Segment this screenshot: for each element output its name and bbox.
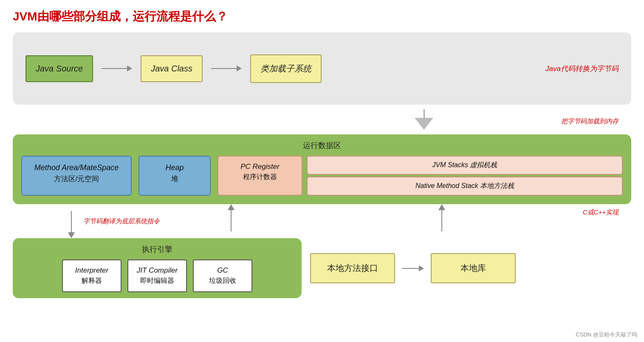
exec-engine-section: 执行引擎 Interpreter 解释器 JIT Compiler 即时编辑器 …: [13, 238, 302, 298]
pink-group: PC Register 程序计数器 JVM Stacks 虚拟机栈 Native…: [217, 156, 623, 196]
stack-boxes: JVM Stacks 虚拟机栈 Native Method Stack 本地方法…: [307, 156, 623, 196]
middle-section: 运行数据区 Method Area/MateSpace 方法区/元空间 Heap…: [13, 134, 631, 204]
arrow-exec-to-heap: [228, 204, 234, 238]
mid-arrows: 字节码翻译为底层系统指令 C或C++实现: [13, 204, 631, 238]
exec-engine-inner: Interpreter 解释器 JIT Compiler 即时编辑器 GC 垃圾…: [21, 259, 293, 292]
gc-box: GC 垃圾回收: [193, 259, 252, 292]
down-arrow-container: 把字节码加载到内存: [13, 105, 631, 134]
page-title: JVM由哪些部分组成，运行流程是什么？: [13, 9, 631, 25]
arrow-native-to-stacks: [438, 204, 445, 238]
down-arrow: [415, 109, 433, 130]
top-section: Java Source Java Class 类加载子系统 Java代码转换为字…: [13, 32, 631, 105]
java-class-box: Java Class: [141, 55, 203, 82]
method-area-box: Method Area/MateSpace 方法区/元空间: [21, 156, 132, 196]
jit-compiler-box: JIT Compiler 即时编辑器: [127, 259, 187, 292]
arrow-label: 把字节码加载到内存: [561, 117, 619, 125]
watermark: CSDN @豆粉今天敲了吗: [576, 331, 637, 339]
arrow-1: [102, 66, 132, 71]
classloader-box: 类加载子系统: [250, 54, 322, 83]
arrow-to-exec: [68, 204, 75, 238]
exec-engine-title: 执行引擎: [21, 244, 293, 254]
pc-register-box: PC Register 程序计数器: [217, 156, 302, 196]
cpp-label: C或C++实现: [583, 208, 619, 217]
heap-box: Heap 堆: [138, 156, 211, 196]
native-section: 本地方法接口 本地库: [310, 238, 631, 298]
interpreter-box: Interpreter 解释器: [62, 259, 121, 292]
arrow-native: [402, 265, 424, 271]
arrow-2: [211, 66, 242, 71]
native-method-stack-box: Native Method Stack 本地方法栈: [307, 177, 623, 196]
bytecode-label: 字节码翻译为底层系统指令: [83, 217, 160, 225]
middle-title: 运行数据区: [21, 140, 623, 151]
native-interface-box: 本地方法接口: [310, 253, 395, 283]
top-label: Java代码转换为字节码: [545, 64, 619, 74]
native-lib-box: 本地库: [431, 253, 516, 283]
middle-inner: Method Area/MateSpace 方法区/元空间 Heap 堆 PC …: [21, 156, 623, 196]
jvm-stacks-box: JVM Stacks 虚拟机栈: [307, 156, 623, 175]
java-source-box: Java Source: [25, 55, 93, 82]
bottom-row: 执行引擎 Interpreter 解释器 JIT Compiler 即时编辑器 …: [13, 238, 631, 298]
